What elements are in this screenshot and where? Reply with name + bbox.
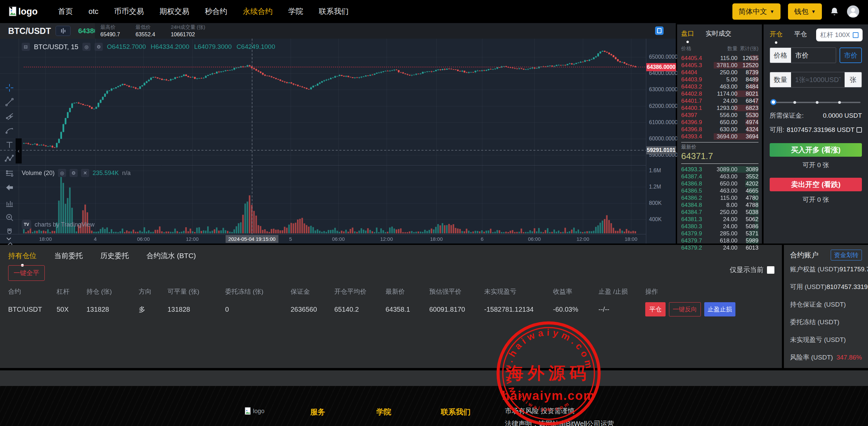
bid-total: 4780 <box>737 195 758 201</box>
language-button[interactable]: 简体中文▼ <box>732 3 781 20</box>
nav-item[interactable]: 期权交易 <box>159 6 189 17</box>
account-row-value: 347.86% <box>836 354 862 361</box>
bids-list: 64393.3 3089.00 3089 64387.4 463.00 3552… <box>681 166 758 251</box>
eye-icon[interactable]: ◎ <box>58 169 66 177</box>
nav-item[interactable]: 学院 <box>288 6 303 17</box>
candlestick-canvas[interactable] <box>0 39 646 234</box>
nav-item[interactable]: 首页 <box>58 6 73 17</box>
bid-row[interactable]: 64386.8 650.00 4202 <box>681 180 758 187</box>
zoom-in-icon[interactable] <box>4 212 15 222</box>
bid-qty: 650.00 <box>712 180 737 187</box>
collapse-legend-icon[interactable]: ⊟ <box>22 43 30 51</box>
bid-row[interactable]: 64380.3 24.00 5086 <box>681 223 758 230</box>
bid-row[interactable]: 64379.2 24.00 6013 <box>681 244 758 251</box>
toolbar-collapse-handle[interactable]: ‹ <box>16 138 22 163</box>
gann-fan-tool-icon[interactable] <box>4 111 15 121</box>
chart-expand-button[interactable] <box>655 26 664 35</box>
positions-tab[interactable]: 历史委托 <box>100 251 129 260</box>
user-avatar[interactable] <box>847 5 859 18</box>
ask-row[interactable]: 64397 556.00 5530 <box>681 112 758 119</box>
ask-total: 12635 <box>737 55 758 62</box>
eye-icon[interactable]: ◎ <box>82 43 91 51</box>
footer-column-heading[interactable]: 学院 <box>376 407 391 417</box>
ask-row[interactable]: 64400.1 1293.00 6823 <box>681 104 758 112</box>
buy-open-long-button[interactable]: 买入开多 (看涨) <box>770 143 862 157</box>
text-tool-icon[interactable] <box>4 140 15 150</box>
slider-thumb[interactable] <box>770 99 776 105</box>
sell-open-short-button[interactable]: 卖出开空 (看跌) <box>770 178 862 191</box>
notification-bell-icon[interactable] <box>829 6 840 17</box>
bid-row[interactable]: 64384.8 8.00 4788 <box>681 201 758 209</box>
positions-tab[interactable]: 持有仓位 <box>8 251 37 260</box>
ask-total: 8484 <box>737 83 758 90</box>
footer-column-heading[interactable]: 联系我们 <box>441 407 471 417</box>
trade-tab[interactable]: 平仓 <box>794 30 807 39</box>
nav-item[interactable]: otc <box>88 7 98 16</box>
ask-row[interactable]: 64402.8 1174.00 8021 <box>681 90 758 97</box>
reverse-position-button[interactable]: 一键反向 <box>669 302 701 316</box>
chart-legend: ⊟ BTC/USDT, 15 ◎ ⚙ O64152.7000 H64334.20… <box>22 43 275 51</box>
amount-slider[interactable] <box>771 99 861 106</box>
leverage-button[interactable]: 杠杆 100X <box>816 28 863 41</box>
bid-row[interactable]: 64379.7 618.00 5989 <box>681 237 758 244</box>
transfer-icon[interactable] <box>856 127 862 133</box>
ask-row[interactable]: 64404 250.00 8739 <box>681 69 758 76</box>
crosshair-tool-icon[interactable] <box>4 83 15 93</box>
bid-row[interactable]: 64381.3 24.00 5062 <box>681 216 758 223</box>
ticker-stat: 24H成交量 (张) 10661702 <box>171 24 205 38</box>
site-logo[interactable]: logo <box>9 6 38 17</box>
bid-row[interactable]: 64379.9 285.00 5371 <box>681 230 758 237</box>
collapse-panel-chevron-icon[interactable] <box>5 235 13 244</box>
price-input[interactable] <box>791 48 836 63</box>
low-value: L64079.3000 <box>194 43 232 51</box>
forecast-tool-icon[interactable] <box>4 168 15 178</box>
positions-tab[interactable]: 当前委托 <box>54 251 83 260</box>
bid-row[interactable]: 64386.5 463.00 4665 <box>681 187 758 194</box>
orderbook-tab[interactable]: 实时成交 <box>706 29 731 38</box>
gear-icon[interactable]: ⚙ <box>95 43 103 51</box>
stat-label: 最高价 <box>100 24 120 31</box>
footer-column-heading[interactable]: 服务 <box>310 407 325 417</box>
ask-row[interactable]: 64396.8 630.00 4324 <box>681 126 758 133</box>
ask-row[interactable]: 64401.7 24.00 6847 <box>681 97 758 104</box>
positions-tab[interactable]: 合约流水 (BTC) <box>146 251 196 260</box>
nav-item[interactable]: 币币交易 <box>114 6 144 17</box>
gear-icon[interactable]: ⚙ <box>70 169 78 177</box>
trade-tab[interactable]: 开仓 <box>770 30 783 39</box>
ask-row[interactable]: 64396.9 650.00 4974 <box>681 119 758 126</box>
ask-price: 64403.2 <box>681 83 712 90</box>
quantity-input[interactable] <box>791 72 845 87</box>
ask-row[interactable]: 64403.2 463.00 8484 <box>681 83 758 90</box>
trendline-tool-icon[interactable] <box>4 97 15 107</box>
fund-transfer-link[interactable]: 资金划转 <box>831 250 862 260</box>
show-current-checkbox[interactable] <box>767 266 774 274</box>
ask-row[interactable]: 64393.4 3694.00 3694 <box>681 133 758 140</box>
show-current-label: 仅显示当前 <box>730 265 764 274</box>
tradingview-attribution[interactable]: TV charts by TradingView <box>22 220 95 229</box>
back-arrow-icon[interactable] <box>4 182 15 193</box>
bid-row[interactable]: 64384.7 250.00 5038 <box>681 209 758 216</box>
orderbook-tab[interactable]: 盘口 <box>681 29 694 38</box>
brush-tool-icon[interactable] <box>4 125 15 136</box>
price-axis[interactable]: 65000.000064000.000063000.000062000.0000… <box>646 39 676 244</box>
wallet-button[interactable]: 钱包▼ <box>788 3 822 20</box>
bid-row[interactable]: 64393.3 3089.00 3089 <box>681 166 758 173</box>
nav-item[interactable]: 秒合约 <box>205 6 227 17</box>
close-icon[interactable]: ✕ <box>81 169 89 177</box>
bid-row[interactable]: 64387.4 463.00 3552 <box>681 173 758 180</box>
pair-selector-button[interactable] <box>56 26 71 36</box>
market-price-button[interactable]: 市价 <box>840 47 862 63</box>
tpsl-button[interactable]: 止盈止损 <box>704 302 735 316</box>
nav-item[interactable]: 永续合约 <box>243 6 273 17</box>
ask-row[interactable]: 64403.9 5.00 8489 <box>681 76 758 83</box>
bid-row[interactable]: 64386.2 115.00 4780 <box>681 194 758 201</box>
ask-row[interactable]: 64405.4 115.00 12635 <box>681 55 758 62</box>
ask-row[interactable]: 64405.3 3781.00 12520 <box>681 62 758 69</box>
bid-price: 64379.9 <box>681 230 712 237</box>
close-all-button[interactable]: 一键全平 <box>8 265 45 281</box>
close-position-button[interactable]: 平仓 <box>645 302 666 316</box>
xabcd-pattern-tool-icon[interactable] <box>4 154 15 164</box>
nav-item[interactable]: 联系我们 <box>319 6 349 17</box>
time-axis[interactable]: 18:00406:0012:00506:0012:0018:00606:0012… <box>0 234 646 244</box>
bar-pattern-tool-icon[interactable] <box>4 198 15 208</box>
